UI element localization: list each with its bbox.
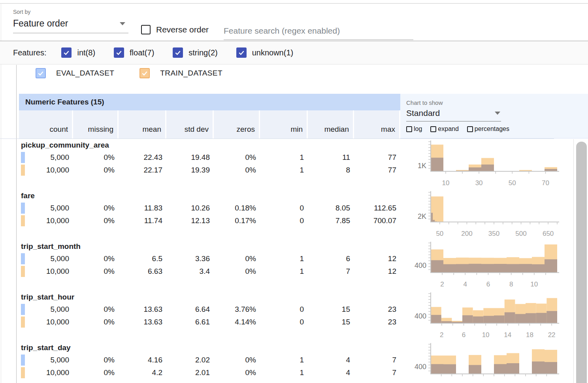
svg-text:650: 650	[543, 230, 554, 237]
svg-text:10: 10	[482, 331, 490, 339]
stat-value: 11.74	[119, 216, 166, 225]
stat-value: 6.5	[119, 254, 166, 263]
stat-value: 7	[308, 267, 354, 276]
checkbox-unchecked-icon	[430, 126, 436, 132]
dataset-label: TRAIN_DATASET	[160, 69, 222, 78]
feature-block-trip-start-day: trip_start_day5,0000%4.162.020%14710,000…	[19, 341, 400, 383]
stat-value: 22.17	[119, 166, 166, 174]
stat-value: 6.63	[119, 267, 166, 276]
column-header-std-dev: std dev	[166, 110, 214, 138]
table-row-eval-dataset: 5,0000%6.53.360%1612	[19, 252, 400, 265]
histogram-fare: 2K50200350500650	[400, 189, 573, 240]
check-icon	[63, 49, 70, 56]
feature-name: trip_start_hour	[19, 293, 400, 303]
feature-search	[224, 24, 413, 40]
checkbox-unchecked-icon	[141, 25, 151, 34]
checkbox-checked-icon	[36, 68, 46, 78]
check-icon	[37, 70, 44, 77]
stat-value: 4	[308, 356, 354, 364]
filter-label: string(2)	[188, 48, 217, 57]
filter-label: unknown(1)	[252, 48, 294, 57]
filter-int-8-[interactable]: int(8)	[61, 47, 95, 58]
stat-value: 0	[260, 305, 308, 314]
chart-panel: Chart to show Standard logexpandpercenta…	[400, 94, 588, 383]
stat-value: 3.76%	[214, 305, 260, 314]
feature-type-filter-list: int(8)float(7)string(2)unknown(1)	[46, 47, 293, 58]
svg-text:400: 400	[415, 262, 426, 269]
stat-value: 0%	[214, 356, 260, 364]
check-icon	[238, 49, 245, 56]
chart-option-label: percentages	[475, 125, 509, 133]
stat-value: 4.16	[119, 356, 166, 364]
dataset-legend: EVAL_DATASETTRAIN_DATASET	[36, 68, 222, 78]
column-header-mean: mean	[119, 110, 166, 138]
chart-option-expand[interactable]: expand	[430, 125, 459, 133]
table-row-eval-dataset: 5,0000%4.162.020%147	[19, 354, 400, 366]
stat-value: 5,000	[19, 356, 73, 364]
check-icon	[115, 49, 122, 56]
sort-by-control: Sort by Feature order	[13, 9, 128, 33]
filter-float-7-[interactable]: float(7)	[114, 47, 154, 58]
legend-eval-dataset[interactable]: EVAL_DATASET	[36, 68, 114, 78]
stat-value: 0%	[73, 153, 119, 162]
sort-by-value: Feature order	[13, 18, 68, 28]
stat-value: 1	[260, 254, 308, 263]
column-header-zeros: zeros	[214, 110, 260, 138]
svg-text:70: 70	[542, 179, 549, 187]
svg-text:500: 500	[515, 230, 526, 237]
column-header-row: countmissingmeanstd devzerosminmedianmax	[19, 110, 400, 138]
stat-value: 7.85	[308, 216, 354, 225]
histogram-trip-start-month: 400246810	[400, 240, 573, 290]
chart-type-select[interactable]: Standard	[406, 108, 501, 121]
filter-unknown-1-[interactable]: unknown(1)	[236, 47, 294, 58]
feature-block-trip-start-month: trip_start_month5,0000%6.53.360%161210,0…	[19, 240, 400, 290]
reverse-order-checkbox[interactable]: Reverse order	[141, 25, 209, 34]
checkbox-unchecked-icon	[406, 126, 412, 132]
table-row-eval-dataset: 5,0000%22.4319.480%11177	[19, 151, 400, 164]
svg-text:2K: 2K	[418, 212, 426, 220]
stat-value: 19.39	[166, 166, 214, 174]
filter-string-2-[interactable]: string(2)	[173, 47, 217, 58]
dataset-color-chip	[21, 165, 25, 176]
search-input[interactable]	[224, 24, 413, 40]
scrollbar-thumb[interactable]	[576, 142, 587, 383]
stat-value: 2.02	[166, 356, 214, 364]
table-row-train-dataset: 10,0000%13.636.614.14%01523	[19, 316, 400, 328]
stat-value: 10,000	[19, 368, 73, 377]
vertical-scrollbar[interactable]	[573, 139, 588, 383]
checkbox-unchecked-icon	[467, 126, 473, 132]
table-row-eval-dataset: 5,0000%13.636.643.76%01523	[19, 303, 400, 316]
stat-value: 6.61	[166, 318, 214, 326]
histogram-trip-start-day: 400	[400, 341, 573, 383]
stat-value: 1	[260, 356, 308, 364]
legend-train-dataset[interactable]: TRAIN_DATASET	[139, 68, 222, 78]
stat-value: 0%	[73, 356, 119, 364]
histogram-pickup-community-area: 1K10305070	[400, 138, 573, 189]
feature-type-filters: Features: int(8)float(7)string(2)unknown…	[0, 41, 588, 64]
svg-text:22: 22	[548, 331, 556, 339]
feature-block-pickup-community-area: pickup_community_area5,0000%22.4319.480%…	[19, 138, 400, 189]
stat-value: 4	[308, 368, 354, 377]
main-area: Numeric Features (15) countmissingmeanst…	[0, 94, 588, 383]
stat-value: 3.4	[166, 267, 214, 276]
table-title: Numeric Features (15)	[19, 94, 400, 110]
stat-value: 5,000	[19, 153, 73, 162]
checkbox-checked-icon	[139, 68, 150, 78]
stat-value: 1	[260, 368, 308, 377]
sort-by-select[interactable]: Feature order	[13, 18, 128, 33]
column-header-median: median	[308, 110, 354, 138]
svg-text:6: 6	[486, 281, 490, 288]
dataset-label: EVAL_DATASET	[56, 69, 114, 78]
svg-text:2: 2	[440, 331, 443, 339]
chart-to-show-label: Chart to show	[406, 99, 588, 106]
table-row-train-dataset: 10,0000%22.1719.390%1877	[19, 164, 400, 176]
svg-text:10: 10	[530, 281, 538, 288]
stat-value: 0%	[73, 368, 119, 377]
chart-option-log[interactable]: log	[406, 125, 422, 133]
chart-option-percentages[interactable]: percentages	[467, 125, 509, 133]
feature-name: pickup_community_area	[19, 141, 400, 151]
stat-value: 4.2	[119, 368, 166, 377]
filter-label: int(8)	[77, 48, 95, 57]
stat-value: 10.26	[166, 204, 214, 212]
stat-value: 0%	[214, 153, 260, 162]
